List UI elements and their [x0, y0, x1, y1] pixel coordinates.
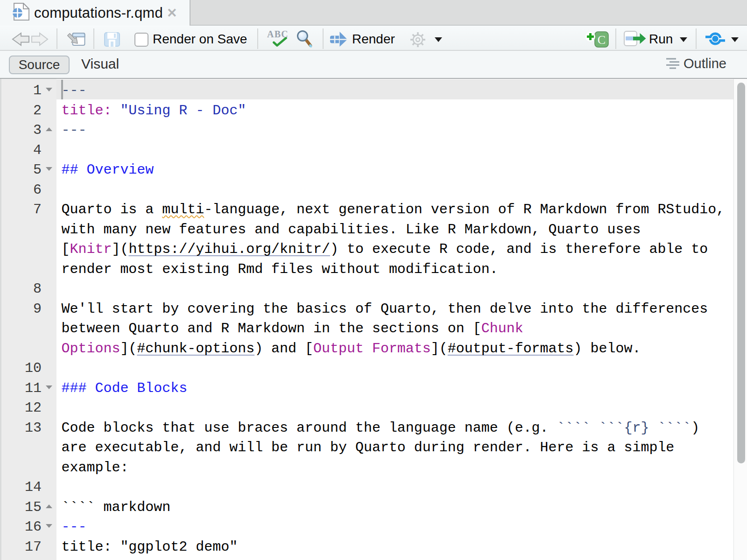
svg-text:C: C: [598, 33, 606, 47]
